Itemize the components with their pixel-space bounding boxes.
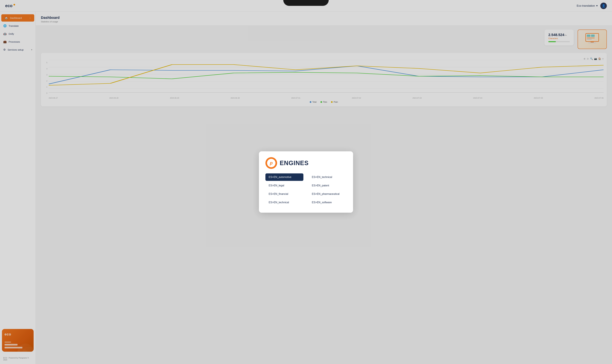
engine-es-en-financial[interactable]: ES>EN_financial [266,190,303,198]
engine-es-en-automotive[interactable]: ES>EN_automotive [266,173,303,181]
engines-header: p ENGINES [266,157,346,169]
engine-es-en-technical-right[interactable]: ES>EN_technical [309,173,346,181]
engines-grid: ES>EN_automotive ES>EN_technical ES>EN_l… [266,173,346,206]
engines-modal: p ENGINES ES>EN_automotive ES>EN_technic… [259,151,353,213]
engines-logo: p [266,157,277,169]
engine-es-en-legal[interactable]: ES>EN_legal [266,182,303,189]
engines-logo-letter: p [267,159,276,167]
engines-title: ENGINES [280,160,309,167]
engine-es-en-pharmaceutical[interactable]: ES>EN_pharmaceutical [309,190,346,198]
engine-es-en-technical-left[interactable]: ES>EN_technical [266,199,303,206]
modal-overlay[interactable]: p ENGINES ES>EN_automotive ES>EN_technic… [0,0,612,364]
engine-es-en-software[interactable]: ES>EN_software [309,199,346,206]
engine-es-en-patent[interactable]: ES>EN_patent [309,182,346,189]
browser-notch [283,0,329,6]
